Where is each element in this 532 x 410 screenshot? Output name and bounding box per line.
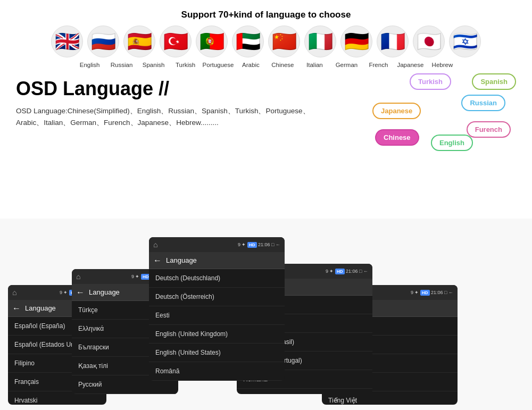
bar-title-3: Language <box>166 256 197 264</box>
back-arrow-1[interactable]: ← <box>12 304 21 313</box>
lang-label-arabic: Arabic <box>236 62 265 68</box>
list-3: Deutsch (Deutschland)Deutsch (Österreich… <box>149 269 285 381</box>
lang-label-italian: Italian <box>300 62 329 68</box>
cloud-turkish: Turkish <box>410 73 451 90</box>
status-icons-3: 9 ✦ HD 21:06 □ ← <box>238 242 280 247</box>
flag-hebrew: 🇮🇱 <box>449 26 481 57</box>
cloud-russian: Russian <box>461 95 505 111</box>
flag-german: 🇩🇪 <box>340 26 372 57</box>
lang-label-french: French <box>363 62 393 68</box>
lang-label-japanese: Japanese <box>395 62 425 68</box>
bar-title-1: Language <box>25 304 56 312</box>
lang-label-russian: Russian <box>107 62 137 68</box>
header-section: Support 70+kind of language to choose 🇬🇧… <box>0 0 532 68</box>
language-names: EnglishRussianSpanishTurkishPortugueseAr… <box>0 62 532 68</box>
list-item[interactable]: English (United Kingdom) <box>149 325 285 344</box>
home-icon-2: ⌂ <box>76 272 80 281</box>
cloud-japanese: Japanese <box>372 103 421 119</box>
lang-label-spanish: Spanish <box>139 62 169 68</box>
flags-row: 🇬🇧🇷🇺🇪🇸🇹🇷🇵🇹🇦🇪🇨🇳🇮🇹🇩🇪🇫🇷🇯🇵🇮🇱 <box>0 26 532 57</box>
lang-label-portuguese: Portuguese <box>203 62 234 68</box>
list-item[interactable]: Deutsch (Österreich) <box>149 288 285 306</box>
back-arrow-3[interactable]: ← <box>153 256 162 265</box>
lang-label-hebrew: Hebrew <box>427 62 457 68</box>
clouds-container: Turkish Spanish Russian Japanese Furench… <box>367 73 516 158</box>
list-item[interactable]: Română <box>149 362 285 381</box>
top-bar-3: ← Language <box>149 252 285 269</box>
cloud-english: English <box>431 135 473 151</box>
flag-portuguese: 🇵🇹 <box>196 26 228 57</box>
lang-label-chinese: Chinese <box>268 62 297 68</box>
list-item[interactable]: Eesti <box>149 306 285 325</box>
status-icons-4: 9 ✦ HD 21:06 □ ← <box>326 269 368 274</box>
osd-section: OSD Language // OSD Language:Chinese(Sim… <box>0 68 532 133</box>
flag-french: 🇫🇷 <box>377 26 409 57</box>
lang-label-german: German <box>331 62 361 68</box>
osd-description: OSD Language:Chinese(Simplified)、English… <box>16 105 314 128</box>
status-bar-4: 9 ✦ HD 21:06 □ ← <box>326 269 368 274</box>
lang-label-turkish: Turkish <box>171 62 201 68</box>
bar-title-2: Language <box>89 288 120 296</box>
flag-turkish: 🇹🇷 <box>160 26 192 57</box>
flag-chinese: 🇨🇳 <box>268 26 300 57</box>
support-title: Support 70+kind of language to choose <box>0 10 532 20</box>
lang-label-english: English <box>75 62 105 68</box>
status-bar-5: 9 ✦ HD 21:06 □ ← <box>411 290 453 295</box>
flag-arabic: 🇦🇪 <box>232 26 264 57</box>
list-item[interactable]: Deutsch (Deutschland) <box>149 269 285 288</box>
device-card-3: ⌂ 9 ✦ HD 21:06 □ ← ← Language Deutsch (D… <box>149 237 285 381</box>
status-bar-3: 9 ✦ HD 21:06 □ ← <box>238 242 280 247</box>
devices-section: ⌂ 9 ✦ HD 21:06 □ ← ← Language Español (E… <box>0 219 532 410</box>
cloud-spanish: Spanish <box>472 73 516 90</box>
flag-russian: 🇷🇺 <box>87 26 119 57</box>
flag-english: 🇬🇧 <box>51 26 83 57</box>
flag-japanese: 🇯🇵 <box>413 26 445 57</box>
back-arrow-2[interactable]: ← <box>76 288 85 297</box>
device-header-3: ⌂ 9 ✦ HD 21:06 □ ← <box>149 237 285 252</box>
home-icon-1: ⌂ <box>12 288 16 297</box>
flag-italian: 🇮🇹 <box>304 26 336 57</box>
cloud-chinese: Chinese <box>375 129 419 146</box>
status-icons-5: 9 ✦ HD 21:06 □ ← <box>411 290 453 295</box>
flag-spanish: 🇪🇸 <box>123 26 155 57</box>
cloud-furench: Furench <box>467 121 511 138</box>
home-icon-3: ⌂ <box>153 240 157 249</box>
list-item[interactable]: English (United States) <box>149 344 285 362</box>
